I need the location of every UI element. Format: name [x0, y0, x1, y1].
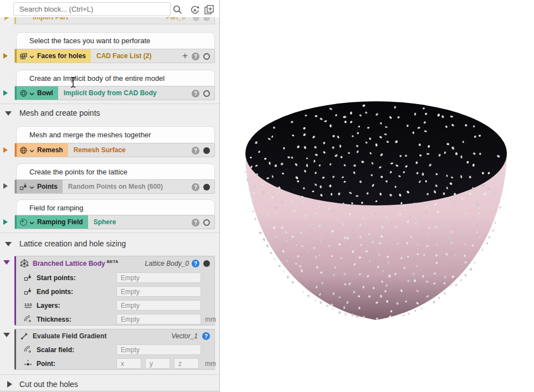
- expand-arrow-icon[interactable]: [3, 219, 8, 225]
- collapse-triangle-icon[interactable]: [3, 333, 10, 337]
- comment-text[interactable]: Mesh and merge the meshes together: [29, 131, 151, 139]
- comment-text[interactable]: Create an Implicit body of the entire mo…: [29, 74, 165, 82]
- number-123-icon: 123: [24, 301, 32, 310]
- block-name: Faces for holes: [37, 52, 86, 60]
- chevron-down-icon[interactable]: [29, 88, 34, 98]
- add-window-icon[interactable]: [204, 4, 215, 14]
- collapse-triangle-icon[interactable]: [3, 260, 10, 265]
- expand-arrow-icon[interactable]: [3, 90, 8, 96]
- output-dot[interactable]: [203, 17, 210, 21]
- expand-triangle-icon[interactable]: [7, 381, 12, 388]
- import-part-row[interactable]: Import Part Part_0: [0, 17, 219, 24]
- help-icon[interactable]: ?: [192, 219, 199, 226]
- divider: [0, 104, 219, 104]
- chevron-down-icon[interactable]: [29, 217, 34, 227]
- block-row-ramping-field[interactable]: Ramping Field Sphere ?: [14, 215, 215, 229]
- search-icon[interactable]: [172, 4, 183, 14]
- top-toolbar: Search block... (Ctrl+L) A: [0, 0, 219, 17]
- block-header[interactable]: Branched Lattice Body BETA Lattice Body_…: [16, 256, 214, 271]
- beta-badge: BETA: [107, 259, 119, 264]
- block-row-bowl[interactable]: Bowl Implicit Body from CAD Body ?: [14, 86, 215, 100]
- field-row-scalar-field: Scalar field: Empty: [16, 343, 214, 357]
- import-part-output: Part_0: [166, 17, 186, 21]
- search-input[interactable]: Search block... (Ctrl+L): [13, 2, 171, 16]
- expand-arrow-icon[interactable]: [3, 183, 8, 189]
- viewport-3d[interactable]: [220, 0, 534, 392]
- end-points-input[interactable]: Empty: [116, 286, 201, 297]
- comment-text[interactable]: Field for ramping: [29, 204, 84, 212]
- scalar-field-input[interactable]: Empty: [116, 344, 201, 355]
- block-chip[interactable]: Ramping Field: [15, 215, 88, 229]
- comment-text[interactable]: Select the faces you want to perforate: [29, 37, 150, 45]
- point-y-input[interactable]: y: [145, 358, 170, 369]
- block-row-points[interactable]: Points Random Points on Mesh (600) ?: [14, 179, 215, 194]
- output-dot[interactable]: [203, 260, 210, 267]
- field-row-point: Point: x y z mm: [16, 357, 214, 370]
- output-dot[interactable]: [203, 90, 210, 97]
- points-icon: [19, 183, 28, 191]
- block-group-bowl: Create an Implicit body of the entire mo…: [14, 70, 215, 100]
- section-label: Cut out the holes: [19, 380, 78, 389]
- block-type: Sphere: [94, 218, 116, 226]
- point-z-input[interactable]: z: [174, 358, 199, 369]
- block-header[interactable]: Evaluate Field Gradient Vector_1 ?: [16, 329, 214, 343]
- thickness-input[interactable]: Empty: [116, 314, 201, 324]
- refresh-a-icon[interactable]: A: [189, 4, 201, 14]
- help-icon[interactable]: ?: [192, 147, 199, 154]
- section-cut-out-holes[interactable]: Cut out the holes: [0, 378, 219, 392]
- help-icon[interactable]: ?: [192, 90, 199, 97]
- block-group-ramping-field: Field for ramping Ramping Field Sphere ?: [14, 199, 215, 229]
- notebook-panel: Search block... (Ctrl+L) A: [0, 0, 220, 392]
- collapse-triangle-icon[interactable]: [5, 242, 12, 246]
- block-chip[interactable]: Points: [15, 180, 63, 193]
- field-label: Scalar field:: [37, 346, 74, 354]
- output-dot[interactable]: [203, 184, 210, 190]
- output-dot[interactable]: [203, 53, 210, 60]
- chevron-down-icon[interactable]: [29, 51, 34, 61]
- import-part-label: Import Part: [33, 17, 68, 21]
- block-row-faces-for-holes[interactable]: Faces for holes CAD Face List (2) + ?: [14, 49, 215, 63]
- collapse-triangle-icon[interactable]: [5, 111, 12, 116]
- expand-arrow-icon[interactable]: [3, 147, 8, 153]
- block-name: Points: [37, 183, 58, 190]
- text-cursor: [70, 76, 76, 90]
- block-chip[interactable]: Bowl: [15, 86, 58, 100]
- block-name: Bowl: [37, 89, 53, 97]
- block-chip[interactable]: Faces for holes: [15, 49, 91, 63]
- block-name: Ramping Field: [37, 218, 83, 226]
- points-icon: [24, 274, 32, 282]
- field-icon: [24, 315, 32, 323]
- chevron-down-icon[interactable]: [29, 145, 34, 155]
- faces-icon: [19, 52, 28, 60]
- layers-input[interactable]: Empty: [116, 300, 201, 311]
- section-label: Mesh and create points: [19, 109, 100, 117]
- block-chip[interactable]: Remesh: [15, 143, 68, 157]
- comment-text[interactable]: Create the points for the lattice: [29, 168, 127, 176]
- point-x-input[interactable]: x: [116, 358, 141, 369]
- help-icon[interactable]: ?: [192, 260, 199, 267]
- section-lattice-creation[interactable]: Lattice creation and hole sizing: [0, 237, 219, 251]
- expand-arrow-icon[interactable]: [3, 53, 8, 59]
- field-label: End points:: [37, 288, 73, 296]
- point-icon: [24, 359, 32, 368]
- field-row-thickness: Thickness: Empty mm: [16, 312, 214, 326]
- chevron-down-icon[interactable]: [29, 182, 34, 192]
- block-row-remesh[interactable]: Remesh Remesh Surface ?: [14, 143, 215, 157]
- start-points-input[interactable]: Empty: [116, 272, 201, 283]
- block-branched-lattice-body[interactable]: Branched Lattice Body BETA Lattice Body_…: [14, 256, 215, 326]
- expand-arrow-icon[interactable]: [4, 17, 9, 20]
- help-icon[interactable]: [193, 17, 199, 21]
- add-item-icon[interactable]: +: [182, 50, 188, 61]
- output-dot[interactable]: [203, 147, 210, 154]
- help-icon[interactable]: ?: [202, 332, 210, 340]
- arrow-up-right-icon: [20, 332, 29, 341]
- help-icon[interactable]: ?: [192, 183, 199, 191]
- output-dot[interactable]: [203, 219, 210, 226]
- search-placeholder: Search block... (Ctrl+L): [19, 5, 93, 13]
- field-row-layers: 123 Layers: Empty: [16, 298, 214, 312]
- block-type: Random Points on Mesh (600): [68, 183, 163, 190]
- section-label: Lattice creation and hole sizing: [19, 239, 126, 248]
- help-icon[interactable]: ?: [192, 53, 199, 60]
- section-mesh-and-create-points[interactable]: Mesh and create points: [0, 106, 219, 121]
- block-evaluate-field-gradient[interactable]: Evaluate Field Gradient Vector_1 ? Scala…: [14, 329, 215, 370]
